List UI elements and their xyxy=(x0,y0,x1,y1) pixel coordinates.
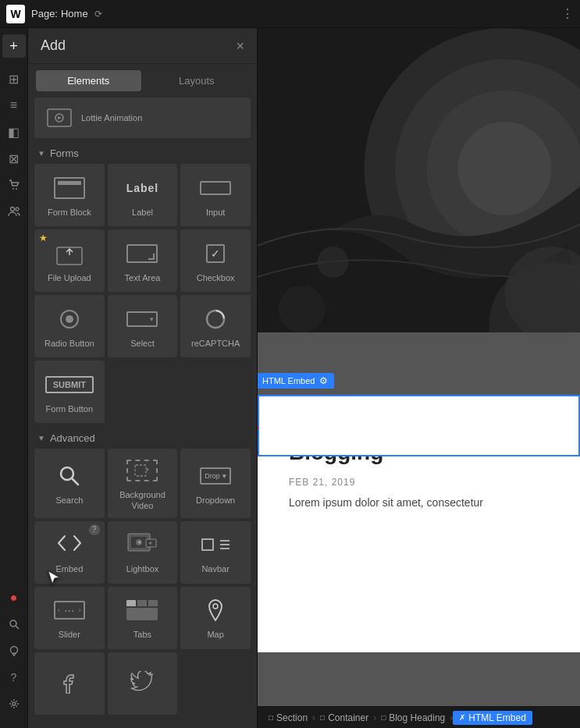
svg-line-12 xyxy=(72,478,78,485)
select-icon: ▾ xyxy=(123,305,161,333)
label-element[interactable]: Label Label xyxy=(108,164,178,226)
blog-heading-label: Blog Heading xyxy=(389,712,445,723)
cursor-pointer xyxy=(47,570,61,590)
text-area-icon xyxy=(123,240,161,268)
svg-point-0 xyxy=(12,188,14,190)
slider-label: Slider xyxy=(59,629,80,640)
breadcrumb-section[interactable]: □ Section xyxy=(264,712,312,723)
map-label: Map xyxy=(207,629,223,640)
checkbox-icon: ✓ xyxy=(197,240,234,268)
twitter-element[interactable] xyxy=(108,652,178,715)
elements-scroll: Lottie Animation ▼ Forms Form Block xyxy=(28,98,257,728)
gear-icon[interactable]: ⚙ xyxy=(319,375,328,386)
recaptcha-label: reCAPTCHA xyxy=(191,338,240,349)
search-element[interactable]: Search xyxy=(34,449,105,518)
breadcrumb-container[interactable]: □ Container xyxy=(315,712,373,723)
tabs-element[interactable]: Tabs xyxy=(108,587,178,649)
select-element[interactable]: ▾ Select xyxy=(108,295,178,357)
background-video-icon xyxy=(123,456,161,485)
svg-point-2 xyxy=(10,208,14,211)
search-icon xyxy=(51,462,88,490)
advanced-grid: Search Background Video xyxy=(34,449,251,649)
form-button-label: Form Button xyxy=(46,403,94,414)
form-block-label: Form Block xyxy=(48,207,91,218)
svg-point-3 xyxy=(16,208,19,211)
sidebar-item-pages[interactable]: ⊞ xyxy=(2,67,26,91)
radio-button-element[interactable]: Radio Button xyxy=(34,295,105,357)
radio-button-icon xyxy=(51,305,88,333)
label-icon: Label xyxy=(123,174,161,202)
abstract-art-svg xyxy=(258,28,580,332)
twitter-icon xyxy=(123,668,161,696)
lightbox-label: Lightbox xyxy=(126,563,159,574)
social-grid xyxy=(34,652,251,715)
svg-rect-13 xyxy=(135,465,146,476)
sidebar-item-add[interactable]: + xyxy=(2,34,26,58)
checkbox-element[interactable]: ✓ Checkbox xyxy=(180,229,251,292)
advanced-arrow: ▼ xyxy=(37,434,45,442)
html-embed-breadcrumb-icon: ✗ xyxy=(459,713,465,722)
page-info: Page: Home xyxy=(31,8,88,20)
slider-element[interactable]: ‹ • • • › Slider xyxy=(34,587,105,649)
breadcrumb-blog-heading[interactable]: □ Blog Heading xyxy=(376,712,450,723)
map-element[interactable]: Map xyxy=(180,587,251,649)
navbar-label: Navbar xyxy=(201,563,229,574)
form-block-element[interactable]: Form Block xyxy=(34,164,105,226)
navbar-element[interactable]: Navbar xyxy=(180,521,251,584)
more-options-button[interactable]: ⋮ xyxy=(561,6,574,21)
embed-question-badge: ? xyxy=(89,524,100,535)
add-panel-title: Add xyxy=(41,37,66,54)
forms-section-header[interactable]: ▼ Forms xyxy=(34,141,251,164)
form-block-icon xyxy=(51,174,88,202)
tab-elements[interactable]: Elements xyxy=(36,70,141,91)
sidebar-item-users[interactable] xyxy=(2,200,26,223)
sidebar-item-ecommerce[interactable] xyxy=(2,173,26,197)
form-button-row: SUBMIT Form Button xyxy=(34,360,251,423)
sidebar-item-settings[interactable] xyxy=(2,692,26,716)
recaptcha-element[interactable]: reCAPTCHA xyxy=(180,295,251,357)
input-element[interactable]: Input xyxy=(180,164,251,226)
panel-tabs: Elements Layouts xyxy=(28,64,257,98)
lightbox-element[interactable]: Lightbox xyxy=(108,521,178,584)
dropdown-icon: Drop ▾ xyxy=(197,462,234,490)
sidebar-item-search[interactable] xyxy=(2,613,26,636)
file-upload-element[interactable]: ★ File Upload xyxy=(34,229,105,292)
html-embed-element xyxy=(258,395,580,456)
form-button-element[interactable]: SUBMIT Form Button xyxy=(34,360,105,423)
facebook-element[interactable] xyxy=(34,652,105,715)
lottie-animation-element[interactable]: Lottie Animation xyxy=(34,98,251,138)
tab-layouts[interactable]: Layouts xyxy=(144,70,250,91)
sidebar-item-assets[interactable]: ◧ xyxy=(2,120,26,144)
svg-point-18 xyxy=(213,604,218,609)
tabs-icon xyxy=(123,596,161,624)
svg-line-5 xyxy=(16,626,19,629)
close-button[interactable]: × xyxy=(236,39,244,53)
text-area-label: Text Area xyxy=(125,272,161,283)
navbar-icon xyxy=(197,531,234,559)
advanced-section-header[interactable]: ▼ Advanced xyxy=(34,426,251,449)
checkbox-label: Checkbox xyxy=(197,272,235,283)
sidebar-item-community[interactable] xyxy=(2,639,26,662)
svg-point-23 xyxy=(458,122,552,215)
top-bar: W Page: Home ⟳ ⋮ xyxy=(0,0,580,28)
svg-point-4 xyxy=(10,620,16,627)
sidebar-item-help[interactable]: ? xyxy=(2,666,26,689)
text-area-element[interactable]: Text Area xyxy=(108,229,178,292)
lightbox-icon xyxy=(123,531,161,559)
svg-point-7 xyxy=(12,702,16,705)
add-panel: Add × Elements Layouts Lotti xyxy=(28,28,258,728)
refresh-icon[interactable]: ⟳ xyxy=(94,9,102,20)
embed-element[interactable]: Embed ? xyxy=(34,521,105,584)
html-embed-breadcrumb-label: HTML Embed xyxy=(468,712,526,723)
sidebar-item-layers[interactable]: ≡ xyxy=(2,94,26,117)
dropdown-element[interactable]: Drop ▾ Dropdown xyxy=(180,449,251,518)
breadcrumb-html-embed[interactable]: ✗ HTML Embed xyxy=(453,711,532,725)
svg-point-1 xyxy=(16,188,17,190)
forms-arrow: ▼ xyxy=(37,149,45,158)
icon-sidebar: + ⊞ ≡ ◧ ⊠ ● ? xyxy=(0,28,28,728)
dropdown-label: Dropdown xyxy=(196,495,235,506)
sidebar-item-preview[interactable]: ● xyxy=(2,586,26,609)
file-upload-icon xyxy=(51,240,88,268)
background-video-element[interactable]: Background Video xyxy=(108,449,178,518)
sidebar-item-cms[interactable]: ⊠ xyxy=(2,147,26,170)
